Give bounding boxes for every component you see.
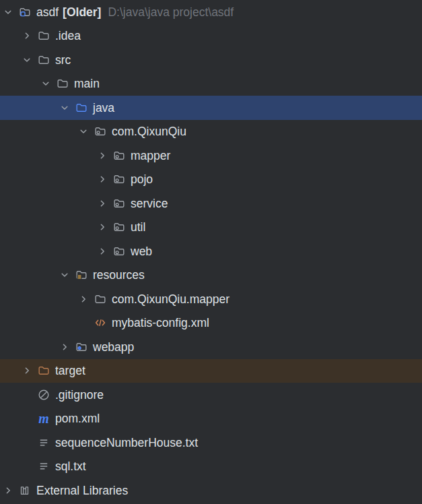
- tree-row-com-qixunqiu[interactable]: com.QixunQiu: [0, 120, 422, 144]
- chevron-right-icon[interactable]: [95, 173, 113, 185]
- chevron-spacer: [20, 412, 38, 424]
- tree-item-label: .gitignore: [55, 389, 104, 401]
- package-icon: [113, 245, 125, 257]
- tree-item-label: External Libraries: [36, 484, 128, 497]
- tree-row-service[interactable]: service: [0, 191, 422, 216]
- package-icon: [94, 125, 106, 137]
- tree-row-gitignore[interactable]: .gitignore: [0, 383, 422, 407]
- tree-row-webapp[interactable]: webapp: [0, 335, 422, 359]
- tree-row-idea[interactable]: .idea: [0, 24, 422, 49]
- tree-row-util[interactable]: util: [0, 216, 422, 240]
- tree-row-java[interactable]: java: [0, 96, 422, 120]
- tree-item-label: web: [131, 245, 152, 257]
- chevron-right-icon[interactable]: [95, 221, 113, 233]
- excluded-folder-icon: [38, 365, 50, 377]
- chevron-down-icon[interactable]: [38, 77, 57, 90]
- chevron-right-icon[interactable]: [95, 245, 113, 257]
- tree-item-label: pojo: [131, 173, 153, 185]
- tree-item-label: target: [55, 365, 85, 377]
- library-icon: [19, 484, 31, 497]
- project-root-tag: [Older]: [63, 6, 101, 18]
- folder-icon: [94, 293, 106, 305]
- source-folder-icon: [75, 102, 87, 114]
- tree-row-resources[interactable]: resources: [0, 263, 422, 288]
- tree-item-label: webapp: [93, 341, 134, 353]
- tree-item-label: mybatis-config.xml: [112, 317, 209, 329]
- xml-file-icon: [94, 317, 106, 329]
- tree-row-pom-xml[interactable]: mpom.xml: [0, 407, 422, 431]
- tree-row-src[interactable]: src: [0, 48, 422, 72]
- chevron-down-icon[interactable]: [57, 102, 75, 114]
- tree-row-target[interactable]: target: [0, 359, 422, 383]
- package-icon: [113, 173, 125, 185]
- chevron-right-icon[interactable]: [20, 30, 38, 42]
- tree-item-label: service: [131, 197, 168, 210]
- tree-row-project-root[interactable]: asdf[Older]D:\java\java project\asdf: [0, 0, 422, 24]
- tree-row-sql-txt[interactable]: sql.txt: [0, 455, 422, 479]
- chevron-right-icon[interactable]: [20, 365, 38, 377]
- tree-item-label: com.QixunQiu: [112, 125, 186, 137]
- tree-row-external-libraries[interactable]: External Libraries: [0, 478, 422, 503]
- package-icon: [113, 150, 125, 162]
- chevron-down-icon[interactable]: [1, 6, 19, 18]
- tree-row-mapper[interactable]: mapper: [0, 144, 422, 168]
- project-tree-panel: asdf[Older]D:\java\java project\asdf.ide…: [0, 0, 422, 504]
- chevron-right-icon[interactable]: [95, 150, 113, 162]
- project-folder-icon: [19, 6, 31, 18]
- chevron-down-icon[interactable]: [57, 269, 75, 281]
- chevron-spacer: [20, 437, 38, 449]
- folder-icon: [38, 30, 50, 42]
- chevron-down-icon[interactable]: [20, 54, 38, 66]
- project-root-path: D:\java\java project\asdf: [108, 6, 234, 18]
- web-folder-icon: [75, 341, 87, 353]
- tree-item-label: util: [131, 221, 145, 233]
- tree-item-label: src: [55, 54, 71, 66]
- tree-item-label: sql.txt: [55, 460, 86, 472]
- chevron-right-icon[interactable]: [95, 197, 113, 210]
- tree-item-label: sequenceNumberHouse.txt: [55, 437, 198, 449]
- tree-row-pojo[interactable]: pojo: [0, 168, 422, 192]
- tree-item-label: java: [93, 102, 114, 114]
- chevron-spacer: [20, 460, 38, 472]
- tree-item-label: pom.xml: [55, 412, 100, 424]
- folder-icon: [38, 54, 50, 66]
- chevron-right-icon[interactable]: [76, 293, 94, 305]
- tree-item-label: resources: [93, 269, 145, 281]
- chevron-spacer: [20, 389, 38, 401]
- maven-icon: m: [38, 412, 50, 424]
- resources-folder-icon: [75, 269, 87, 281]
- tree-row-web[interactable]: web: [0, 239, 422, 263]
- chevron-down-icon[interactable]: [76, 125, 94, 137]
- chevron-spacer: [76, 317, 94, 329]
- ignored-file-icon: [38, 389, 50, 401]
- package-icon: [113, 221, 125, 233]
- maven-glyph: m: [38, 413, 49, 424]
- tree-item-label: .idea: [55, 30, 81, 42]
- text-file-icon: [38, 460, 50, 472]
- tree-row-sequencenumberhouse-txt[interactable]: sequenceNumberHouse.txt: [0, 431, 422, 455]
- tree-row-main[interactable]: main: [0, 72, 422, 96]
- tree-row-mybatis-config-xml[interactable]: mybatis-config.xml: [0, 311, 422, 336]
- tree-item-label: main: [74, 77, 100, 90]
- text-file-icon: [38, 437, 50, 449]
- package-icon: [113, 197, 125, 210]
- project-root-name: asdf: [36, 6, 59, 18]
- tree-item-label: com.QixunQiu.mapper: [112, 293, 230, 305]
- tree-item-label: mapper: [131, 150, 170, 162]
- chevron-right-icon[interactable]: [57, 341, 75, 353]
- chevron-right-icon[interactable]: [1, 484, 19, 497]
- tree-row-com-qixunqiu-mapper[interactable]: com.QixunQiu.mapper: [0, 287, 422, 311]
- folder-icon: [57, 77, 69, 90]
